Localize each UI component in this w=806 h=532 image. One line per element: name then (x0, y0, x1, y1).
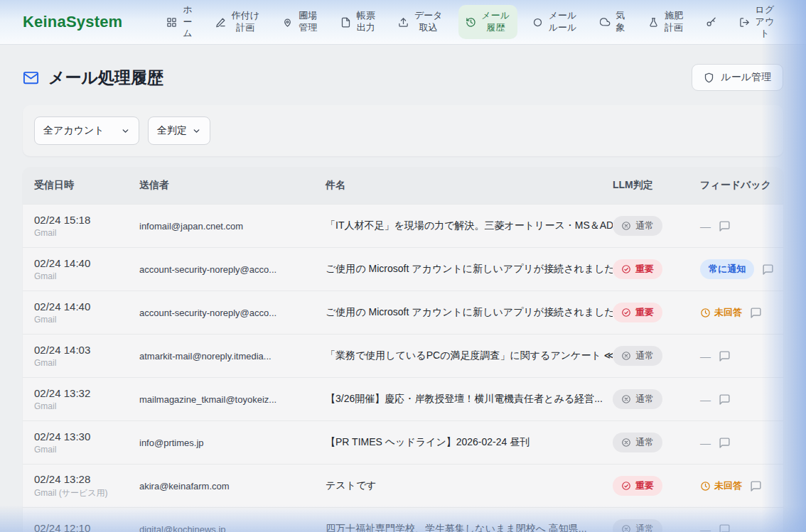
key-icon (706, 17, 716, 28)
account-label: Gmail (34, 315, 139, 325)
subject: 【PR TIMES ヘッドライン】2026-02-24 昼刊 (326, 436, 613, 449)
nav-label: 作付け計画 (231, 10, 260, 34)
col-header-datetime: 受信日時 (34, 179, 139, 192)
llm-judgement-badge: 通常 (613, 433, 662, 452)
app-header: KeinaSystem ホーム 作付け計画 圃場管理 帳票出力 データ取込 メー… (0, 0, 806, 45)
received-datetime: 02/24 14:40 (34, 257, 139, 269)
comment-icon[interactable] (750, 480, 762, 492)
comment-icon[interactable] (719, 393, 731, 406)
history-icon (466, 17, 476, 28)
received-datetime: 02/24 15:18 (34, 214, 139, 226)
circle-x-icon (621, 394, 631, 404)
circle-x-icon (621, 438, 631, 447)
main-content: メール処理履歴 ルール管理 全アカウント 全判定 受信日時 送信者 件名 LLM… (0, 64, 806, 532)
table-row[interactable]: 02/24 13:28Gmail (サービス用) akira@keinafarm… (23, 464, 783, 507)
circle-x-icon (621, 221, 631, 231)
circle-x-icon (621, 524, 631, 532)
cloud-icon (600, 17, 611, 28)
llm-judgement-badge: 重要 (613, 259, 662, 279)
rule-manage-label: ルール管理 (721, 71, 771, 84)
nav-item-report-output[interactable]: 帳票出力 (333, 5, 383, 39)
nav-item-field-management[interactable]: 圃場管理 (275, 5, 325, 39)
account-label: Gmail (34, 358, 139, 368)
rule-manage-button[interactable]: ルール管理 (692, 64, 783, 91)
sender: account-security-noreply@acco... (139, 308, 326, 318)
comment-icon[interactable] (750, 307, 762, 319)
llm-judgement-badge: 通常 (613, 519, 662, 532)
flask-icon (648, 17, 659, 28)
received-datetime: 02/24 13:28 (34, 473, 139, 485)
subject: 「業務で使用しているPCの満足度調査」に関するアンケート ≪... (326, 349, 613, 362)
nav-item-mail-rules[interactable]: メールルール (525, 5, 584, 39)
feedback-none: — (700, 523, 711, 532)
account-label: Gmail (サービス用) (34, 487, 139, 499)
filter-bar: 全アカウント 全判定 (23, 105, 783, 156)
feedback-none: — (700, 350, 711, 362)
nav-item-logout[interactable]: ログアウト (732, 0, 782, 45)
grid-icon (166, 17, 177, 28)
nav-item-weather[interactable]: 気象 (593, 5, 633, 39)
col-header-judgement: LLM判定 (613, 179, 700, 192)
feedback-none: — (700, 220, 711, 232)
subject: 四万十福祉専門学校、学生募集しないまま閉校へ 高知県... (326, 523, 613, 532)
comment-icon[interactable] (762, 264, 774, 276)
chevron-down-icon (192, 126, 201, 136)
nav-label: ログアウト (755, 4, 775, 40)
account-filter-value: 全アカウント (43, 124, 104, 137)
main-nav: ホーム 作付け計画 圃場管理 帳票出力 データ取込 メール履歴 メールルール (159, 0, 782, 45)
table-row[interactable]: 02/24 13:30Gmail info@prtimes.jp 【PR TIM… (23, 420, 783, 464)
table-row[interactable]: 02/24 12:10 digital@kochinews.jp 四万十福祉専門… (23, 507, 783, 532)
upload-icon (398, 17, 409, 28)
judgement-filter-select[interactable]: 全判定 (148, 116, 210, 145)
sender: akira@keinafarm.com (139, 481, 326, 492)
pencil-icon (215, 17, 226, 28)
feedback-unanswered: 未回答 (700, 306, 742, 319)
sender: info@prtimes.jp (139, 438, 326, 448)
nav-item-keys[interactable] (699, 12, 724, 33)
circle-icon (532, 17, 543, 28)
circle-x-icon (621, 351, 631, 361)
account-filter-select[interactable]: 全アカウント (34, 116, 139, 145)
nav-item-planting-plan[interactable]: 作付け計画 (208, 5, 267, 39)
table-row[interactable]: 02/24 14:03Gmail atmarkit-mail@noreply.i… (23, 334, 783, 377)
account-label: Gmail (34, 401, 139, 411)
received-datetime: 02/24 14:40 (34, 300, 139, 313)
llm-judgement-badge: 通常 (613, 216, 662, 236)
feedback-none: — (700, 393, 711, 406)
nav-item-mail-history[interactable]: メール履歴 (458, 5, 517, 39)
sender: digital@kochinews.jp (139, 524, 326, 532)
nav-item-fertilizer-plan[interactable]: 施肥計画 (641, 5, 691, 39)
nav-item-data-import[interactable]: データ取込 (391, 5, 450, 39)
page-title: メール処理履歴 (48, 67, 163, 89)
nav-item-home[interactable]: ホーム (159, 0, 200, 45)
logout-icon (739, 17, 750, 28)
comment-icon[interactable] (719, 523, 731, 532)
account-label: Gmail (34, 271, 139, 281)
nav-label: 帳票出力 (356, 10, 376, 34)
comment-icon[interactable] (719, 437, 731, 449)
llm-judgement-badge: 重要 (613, 303, 662, 322)
col-header-subject: 件名 (326, 179, 613, 192)
subject: テストです (326, 479, 613, 492)
brand-logo[interactable]: KeinaSystem (23, 13, 122, 31)
table-row[interactable]: 02/24 15:18Gmail infomail@japan.cnet.com… (23, 204, 783, 247)
table-row[interactable]: 02/24 13:32Gmail mailmagazine_tkmail@toy… (23, 377, 783, 420)
mail-history-table: 受信日時 送信者 件名 LLM判定 フィードバック 02/24 15:18Gma… (23, 167, 783, 532)
account-label: Gmail (34, 445, 139, 455)
table-row[interactable]: 02/24 14:40Gmail account-security-norepl… (23, 247, 783, 291)
nav-label: メールルール (548, 10, 577, 34)
received-datetime: 02/24 13:30 (34, 430, 139, 443)
feedback-always-notify: 常に通知 (700, 259, 754, 279)
subject: 【3/26開催】慶応・岸教授登壇！横川電機責任者とみる経営... (326, 393, 613, 406)
nav-label: 気象 (616, 10, 626, 34)
circle-check-icon (621, 264, 631, 274)
received-datetime: 02/24 13:32 (34, 387, 139, 399)
col-header-sender: 送信者 (139, 179, 326, 192)
received-datetime: 02/24 14:03 (34, 344, 139, 356)
nav-label: 施肥計画 (664, 10, 684, 34)
comment-icon[interactable] (719, 350, 731, 362)
table-row[interactable]: 02/24 14:40Gmail account-security-norepl… (23, 291, 783, 334)
comment-icon[interactable] (719, 220, 731, 232)
chevron-down-icon (121, 126, 130, 136)
nav-label: ホーム (182, 4, 193, 40)
